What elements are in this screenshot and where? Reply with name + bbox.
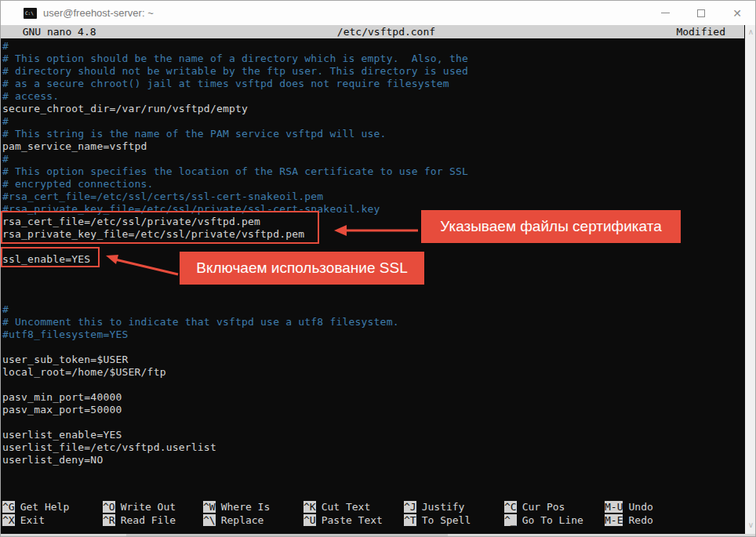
editor-line: # [2,303,744,316]
shortcut-key: M-U [605,501,623,513]
terminal-icon: C:\ [24,8,37,19]
maximize-icon [697,9,705,17]
shortcut-get-help: ^GGet Help [2,501,103,513]
shortcut-key: M-E [605,514,623,526]
shortcut-key: ^_ [504,514,517,526]
editor-line: userlist_enable=YES [2,429,744,441]
callout-enable-ssl: Включаем использование SSL [180,252,424,285]
editor-line: pasv_max_port=50000 [2,404,744,416]
shortcut-key: ^J [404,501,416,513]
editor-line: userlist_deny=NO [2,454,744,466]
scroll-up-icon[interactable]: ∧ [745,26,756,38]
horizontal-scroll-thumb[interactable] [126,534,448,537]
window-title: user@freehost-server: ~ [43,7,154,19]
shortcut-cur-pos: ^CCur Pos [504,501,605,513]
shortcut-key: ^\ [203,514,216,526]
editor-line: # This option specifies the location of … [2,165,744,178]
shortcut-label: Undo [628,501,652,513]
minimize-icon [661,13,670,13]
shortcut-label: Replace [221,514,264,526]
shortcut-cut-text: ^KCut Text [303,501,404,513]
shortcut-label: Read File [121,514,176,526]
shortcut-key: ^K [303,501,316,513]
shortcut-key: ^W [203,501,216,513]
shortcut-key: ^C [504,501,517,513]
nano-modified-flag: Modified [676,25,744,38]
callout-certificate-files-label: Указываем файлы сертификата [440,218,662,235]
editor-line [2,379,744,391]
nano-header-bar: GNU nano 4.8 /etc/vsftpd.conf Modified [1,25,744,38]
editor-line: # This option should be the name of a di… [2,53,744,65]
close-icon: ✕ [732,8,742,19]
shortcut-key: ^G [2,501,15,513]
shortcut-undo: M-UUndo [605,501,705,513]
editor-line: pasv_min_port=40000 [2,391,744,404]
shortcut-key: ^T [404,514,416,526]
shortcut-label: Justify [422,501,465,513]
shortcut-exit: ^XExit [2,514,103,527]
nano-shortcut-bar: ^GGet Help^OWrite Out^WWhere Is^KCut Tex… [2,501,705,527]
shortcut-label: Go To Line [522,514,583,526]
editor-line: secure_chroot_dir=/var/run/vsftpd/empty [2,103,744,115]
shortcut-key: ^U [303,514,316,526]
highlight-box-rsa-cert-lines [1,211,319,244]
shortcut-where-is: ^WWhere Is [203,501,303,513]
horizontal-scrollbar[interactable] [1,534,756,537]
arrow-to-cert-lines-icon [333,223,421,238]
editor-line: # encrypted connections. [2,178,744,190]
shortcut-label: Cut Text [322,501,371,513]
shortcut-go-to-line: ^_Go To Line [504,514,605,527]
arrow-to-ssl-enable-icon [101,250,183,278]
shortcut-justify: ^JJustify [404,501,504,513]
title-bar[interactable]: C:\ user@freehost-server: ~ ✕ [1,1,755,25]
shortcut-label: Write Out [121,501,176,513]
editor-line [2,416,744,429]
editor-line: # as a secure chroot() jail at times vsf… [2,78,744,90]
editor-line: local_root=/home/$USER/ftp [2,366,744,379]
shortcut-key: ^O [103,501,115,513]
editor-line [2,341,744,354]
editor-line: #utf8_filesystem=YES [2,328,744,341]
nano-version: GNU nano 4.8 [1,25,96,38]
editor-line: # This string is the name of the PAM ser… [2,128,744,140]
shortcut-label: Paste Text [322,514,383,526]
vertical-scrollbar[interactable]: ∧ ∨ [745,25,756,534]
callout-certificate-files: Указываем файлы сертификата [421,210,681,243]
shortcut-paste-text: ^UPaste Text [303,514,404,527]
nano-filename: /etc/vsftpd.conf [96,25,677,38]
maximize-button[interactable] [683,1,719,25]
shortcut-label: Where Is [221,501,271,513]
editor-line: user_sub_token=$USER [2,354,744,366]
shortcut-redo: M-ERedo [605,514,705,527]
editor-line: # access. [2,90,744,103]
editor-line: # [2,153,744,165]
shortcut-label: Exit [20,514,45,526]
shortcut-to-spell: ^TTo Spell [404,514,504,527]
editor-line [2,291,744,303]
shortcut-write-out: ^OWrite Out [103,501,203,513]
shortcut-replace: ^\Replace [203,514,303,527]
shortcut-label: To Spell [422,514,471,526]
shortcut-label: Redo [628,514,652,526]
editor-line: #rsa_cert_file=/etc/ssl/certs/ssl-cert-s… [2,190,744,203]
shortcut-key: ^R [103,514,115,526]
shortcut-read-file: ^RRead File [103,514,203,527]
shortcut-label: Get Help [20,501,70,513]
minimize-button[interactable] [647,1,683,25]
editor-line: # Uncomment this to indicate that vsftpd… [2,316,744,328]
callout-enable-ssl-label: Включаем использование SSL [196,259,407,277]
shortcut-label: Cur Pos [522,501,565,513]
highlight-box-ssl-enable-line [1,247,100,267]
editor-line: pam_service_name=vsftpd [2,140,744,153]
scroll-down-icon[interactable]: ∨ [745,519,756,532]
terminal-window: C:\ user@freehost-server: ~ ✕ GNU nano 4… [0,0,756,537]
editor-line: # [2,40,744,53]
close-button[interactable]: ✕ [719,1,755,25]
shortcut-key: ^X [2,514,15,526]
editor-line: userlist_file=/etc/vsftpd.userlist [2,441,744,454]
editor-line: # [2,115,744,128]
editor-line: # directory should not be writable by th… [2,65,744,78]
